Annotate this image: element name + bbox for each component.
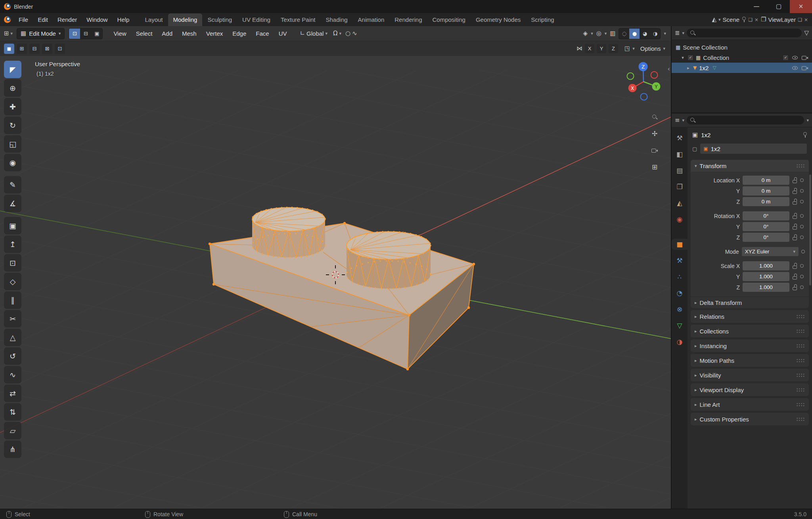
select-subtract-button[interactable]: ⊟: [29, 44, 40, 54]
smooth-tool[interactable]: ∿: [4, 366, 21, 383]
new-view-layer-icon[interactable]: ❏: [798, 17, 802, 22]
workspace-tab[interactable]: Texture Paint: [276, 13, 321, 26]
lock-icon[interactable]: [792, 234, 797, 240]
menubar-item[interactable]: Help: [113, 13, 134, 26]
inset-faces-tool[interactable]: ⊡: [4, 254, 21, 272]
viewport-menu-item[interactable]: Select: [132, 27, 157, 41]
animate-dot-icon[interactable]: [800, 285, 804, 289]
view-layer-selector[interactable]: ❐ ViewLayer ❏ ×: [761, 16, 808, 23]
menubar-item[interactable]: File: [14, 13, 33, 26]
value-field[interactable]: 0 m: [743, 197, 789, 206]
section-visibility[interactable]: ▸ Visibility: [691, 369, 809, 381]
toggle-xray-icon[interactable]: ▥: [610, 31, 615, 36]
particles-tab[interactable]: ∴: [672, 271, 688, 282]
render-tab[interactable]: ◧: [672, 149, 688, 160]
outliner-row-collection[interactable]: ▾ ✓ ▦ Collection ✓: [672, 52, 812, 63]
workspace-tab[interactable]: Shading: [321, 13, 353, 26]
value-field[interactable]: 1.000: [743, 261, 789, 270]
drag-grip-icon[interactable]: [796, 314, 805, 319]
snap-settings-icon[interactable]: ◳: [624, 46, 630, 52]
add-cube-tool[interactable]: ▣: [4, 217, 21, 234]
annotate-tool[interactable]: ✎: [4, 176, 21, 193]
section-collections[interactable]: ▸ Collections: [691, 325, 809, 337]
material-preview-shading-button[interactable]: ◕: [640, 29, 650, 39]
solid-shading-button[interactable]: ●: [629, 29, 640, 39]
object-name-input[interactable]: ▣ 1x2: [700, 143, 807, 154]
section-viewport-display[interactable]: ▸ Viewport Display: [691, 383, 809, 396]
section-custom-properties[interactable]: ▸ Custom Properties: [691, 413, 809, 425]
zoom-button[interactable]: [648, 110, 661, 124]
filter-icon[interactable]: ▽: [804, 30, 809, 36]
workspace-tab[interactable]: Geometry Nodes: [471, 13, 526, 26]
select-extend-button[interactable]: ⊞: [17, 44, 27, 54]
animate-dot-icon[interactable]: [800, 178, 804, 182]
edge-slide-tool[interactable]: ⇄: [4, 385, 21, 402]
modifiers-tab[interactable]: ⚒: [672, 255, 688, 266]
transform-panel-header[interactable]: ▾ Transform: [691, 160, 809, 172]
show-gizmo-icon[interactable]: ◈: [583, 31, 588, 36]
spin-tool[interactable]: ↺: [4, 347, 21, 365]
physics-tab[interactable]: ◔: [672, 287, 688, 299]
camera-toggle-icon[interactable]: [802, 55, 808, 60]
workspace-tab[interactable]: Layout: [140, 13, 168, 26]
viewport-menu-item[interactable]: Edge: [228, 27, 251, 41]
animate-dot-icon[interactable]: [800, 236, 804, 239]
disclosure-icon[interactable]: ▾: [680, 56, 685, 60]
snap-magnet-icon[interactable]: Ω: [333, 31, 337, 36]
lock-icon[interactable]: [792, 199, 797, 205]
lock-icon[interactable]: [792, 188, 797, 194]
lock-icon[interactable]: [792, 213, 797, 219]
unlink-scene-icon[interactable]: ×: [755, 17, 758, 22]
remove-view-layer-icon[interactable]: ×: [804, 17, 808, 22]
eye-icon[interactable]: [792, 55, 798, 61]
drag-grip-icon[interactable]: [796, 373, 805, 377]
drag-grip-icon[interactable]: [796, 329, 805, 333]
camera-toggle-icon[interactable]: [802, 65, 808, 71]
workspace-tab[interactable]: Animation: [353, 13, 390, 26]
outliner-row-object[interactable]: ▸ ▼ 1x2 ▽: [672, 63, 812, 73]
rotate-tool[interactable]: ↻: [4, 117, 21, 134]
drag-grip-icon[interactable]: [796, 358, 805, 363]
minimize-button[interactable]: —: [745, 0, 768, 13]
select-box-tool[interactable]: ◤: [4, 61, 21, 78]
animate-dot-icon[interactable]: [800, 214, 804, 218]
viewport-menu-item[interactable]: Mesh: [178, 27, 201, 41]
constraints-tab[interactable]: ⊗: [672, 304, 688, 315]
lock-icon[interactable]: [792, 177, 797, 183]
lock-icon[interactable]: [792, 274, 797, 280]
axis-x-negative-ball[interactable]: [651, 72, 658, 79]
scene-selector[interactable]: ◭ ▾ Scene ❏ ×: [712, 16, 758, 23]
workspace-tab[interactable]: Rendering: [389, 13, 427, 26]
properties-scrollbar[interactable]: [809, 174, 811, 285]
rotation-mode-dropdown[interactable]: XYZ Euler ▾: [742, 247, 799, 256]
rip-region-tool[interactable]: ⋔: [4, 440, 21, 458]
lock-icon[interactable]: [792, 284, 797, 290]
pan-button[interactable]: ✢: [648, 127, 661, 140]
pin-icon[interactable]: [802, 132, 807, 138]
mirror-z-button[interactable]: Z: [609, 44, 618, 53]
falloff-icon[interactable]: ∿: [352, 31, 357, 36]
pin-icon[interactable]: [741, 17, 746, 23]
options-button[interactable]: Options: [640, 45, 661, 52]
output-tab[interactable]: ▤: [672, 165, 688, 176]
menubar-item[interactable]: Render: [53, 13, 82, 26]
animate-dot-icon[interactable]: [800, 225, 804, 228]
section-line-art[interactable]: ▸ Line Art: [691, 398, 809, 411]
viewport-menu-item[interactable]: Vertex: [202, 27, 228, 41]
axis-z-negative-ball[interactable]: [641, 94, 647, 100]
edge-select-mode-button[interactable]: ⊟: [80, 29, 91, 39]
mirror-x-button[interactable]: X: [585, 44, 594, 53]
camera-view-button[interactable]: [648, 144, 661, 157]
scene-3d[interactable]: Z X Y: [0, 56, 671, 509]
menubar-item[interactable]: Window: [82, 13, 112, 26]
drag-grip-icon[interactable]: [796, 164, 805, 168]
rendered-shading-button[interactable]: ◑: [650, 29, 660, 39]
workspace-tab[interactable]: Scripting: [526, 13, 559, 26]
extrude-region-tool[interactable]: ↥: [4, 236, 21, 253]
disclosure-icon[interactable]: ▸: [686, 66, 691, 70]
workspace-tab[interactable]: UV Editing: [237, 13, 276, 26]
value-field[interactable]: 0°: [743, 211, 789, 220]
face-select-mode-button[interactable]: ▣: [91, 29, 102, 39]
shear-tool[interactable]: ▱: [4, 422, 21, 439]
workspace-tab[interactable]: Modeling: [168, 13, 203, 26]
